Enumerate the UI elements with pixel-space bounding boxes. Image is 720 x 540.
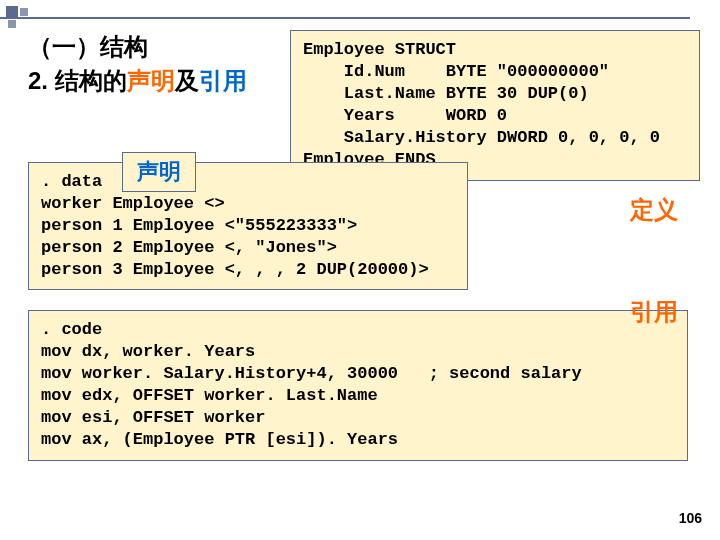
heading-line2-prefix: 2. 结构的 — [28, 67, 127, 94]
data-code: . data worker Employee <> person 1 Emplo… — [41, 172, 429, 279]
label-define: 定义 — [630, 194, 678, 226]
label-reference: 引用 — [630, 296, 678, 328]
struct-definition-box: Employee STRUCT Id.Num BYTE "000000000" … — [290, 30, 700, 181]
heading-blue: 引用 — [199, 67, 247, 94]
top-divider — [0, 17, 690, 19]
heading-line1: （一）结构 — [28, 33, 148, 60]
page-number: 106 — [679, 510, 702, 526]
label-declare: 声明 — [122, 152, 196, 192]
code-code: . code mov dx, worker. Years mov worker.… — [41, 320, 582, 449]
slide-heading: （一）结构 2. 结构的声明及引用 — [28, 30, 247, 97]
data-declaration-box: . data worker Employee <> person 1 Emplo… — [28, 162, 468, 290]
code-reference-box: . code mov dx, worker. Years mov worker.… — [28, 310, 688, 461]
heading-orange: 声明 — [127, 67, 175, 94]
struct-code: Employee STRUCT Id.Num BYTE "000000000" … — [303, 40, 660, 169]
heading-mid: 及 — [175, 67, 199, 94]
